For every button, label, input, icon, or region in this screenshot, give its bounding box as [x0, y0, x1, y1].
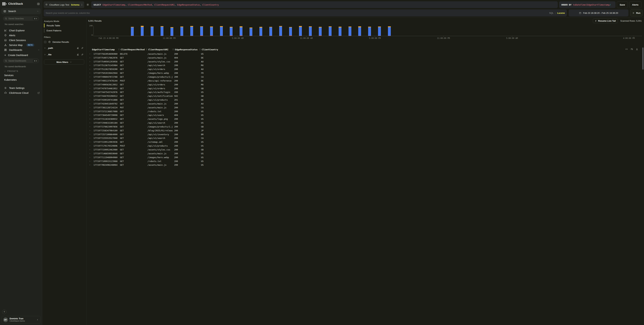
row-expand-chevron-icon[interactable] [88, 91, 92, 93]
histogram-bar[interactable] [240, 26, 242, 36]
table-row[interactable]: 1771977294632285184GET/api/v1/search200U… [88, 121, 322, 125]
field-pin-icon[interactable] [81, 47, 84, 49]
select-clause-input[interactable]: SELECT EdgeStartTimestamp, ClientRequest… [91, 1, 322, 8]
sidebar-item-search[interactable]: Search [1, 8, 41, 14]
row-expand-chevron-icon[interactable] [88, 76, 92, 78]
search-input[interactable] [46, 12, 322, 14]
table-row[interactable]: 1771977311634380032GET/assets/logo.png20… [88, 117, 322, 121]
row-expand-chevron-icon[interactable] [88, 72, 92, 74]
histogram-bar[interactable] [170, 26, 173, 36]
chevron-up-icon[interactable] [38, 49, 40, 51]
table-row[interactable]: 1771977549717662976GET/assets/main.js404… [88, 56, 322, 60]
row-expand-chevron-icon[interactable] [88, 137, 92, 139]
table-row[interactable]: 1771977109915123968GET/robots.txt200US [88, 159, 322, 162]
schema-link[interactable]: Schema [71, 3, 79, 6]
presets-toggle[interactable]: PRESETS [4, 70, 42, 72]
row-expand-chevron-icon[interactable] [88, 152, 92, 155]
column-header-method[interactable]: ClientRequestMethod [118, 48, 146, 51]
saved-searches-input[interactable] [8, 17, 32, 20]
table-row[interactable]: 1771977430320741888GET/api/v1/products20… [88, 98, 322, 102]
table-row[interactable]: 1771977381128724224PUT/assets/main.js200… [88, 106, 322, 109]
row-expand-chevron-icon[interactable] [88, 60, 92, 63]
table-row[interactable]: 1771977170170320896POST/api/v1/products2… [88, 144, 322, 148]
table-row[interactable]: 1771977429451649792GET/assets/main.js200… [88, 102, 322, 106]
saved-searches-search[interactable]: ⌘ K [3, 16, 39, 21]
saved-dashboards-input[interactable] [8, 60, 32, 62]
column-header-timestamp[interactable]: EdgeStartTimestamp [92, 48, 118, 51]
query-settings-gear-icon[interactable] [86, 3, 89, 6]
histogram-bar[interactable] [180, 26, 183, 36]
row-expand-chevron-icon[interactable] [88, 133, 92, 135]
table-row[interactable]: 1771977276623097856GET/images/products/1… [88, 125, 322, 129]
table-row[interactable]: 1771977490563613952GET/api/v1/orders200M… [88, 83, 322, 86]
row-expand-chevron-icon[interactable] [88, 145, 92, 147]
table-row[interactable]: 1771977444703206912GET/api/v1/notificati… [88, 94, 322, 98]
histogram-bar[interactable] [200, 26, 203, 36]
histogram-bar[interactable] [309, 26, 312, 36]
column-drag-handle-icon[interactable] [146, 49, 147, 50]
table-row[interactable]: 1771977150952462080GET/assets/styles.css… [88, 148, 322, 152]
column-drag-handle-icon[interactable] [118, 49, 120, 50]
sidebar-item-client-sessions[interactable]: Client Sessions [0, 38, 42, 43]
column-drag-handle-icon[interactable] [173, 49, 174, 50]
sidebar-collapse-icon[interactable] [37, 2, 40, 5]
row-expand-chevron-icon[interactable] [88, 56, 92, 59]
mode-results-table[interactable]: Results Table [44, 23, 84, 27]
row-expand-chevron-icon[interactable] [88, 149, 92, 151]
histogram-bar[interactable] [210, 26, 213, 36]
denoise-results-toggle[interactable]: Denoise Results [44, 40, 84, 43]
histogram-bar[interactable] [131, 26, 134, 36]
row-expand-chevron-icon[interactable] [88, 160, 92, 162]
field-chart-icon[interactable] [77, 47, 79, 49]
sidebar-item-alerts[interactable]: Alerts [0, 33, 42, 38]
row-expand-chevron-icon[interactable] [88, 99, 92, 101]
row-expand-chevron-icon[interactable] [88, 156, 92, 158]
table-row[interactable]: 1771977562054696960DELETE/assets/main.js… [88, 52, 322, 56]
event-search-bar[interactable]: SQL | Lucene [44, 9, 322, 16]
create-dashboard-button[interactable]: Create Dashboard [4, 54, 42, 56]
row-expand-chevron-icon[interactable] [88, 102, 92, 105]
column-drag-handle-icon[interactable] [200, 49, 200, 50]
histogram-bar[interactable] [190, 26, 193, 36]
table-row[interactable]: 1771977111948904960GET/images/hero.webp2… [88, 155, 322, 159]
histogram-bar[interactable] [230, 26, 232, 36]
histogram-bar[interactable] [250, 26, 252, 36]
sidebar-item-chart-explorer[interactable]: Chart Explorer [0, 28, 42, 33]
sidebar-item-team-settings[interactable]: Team Settings [0, 85, 42, 90]
table-row[interactable]: 1771977513675145984GET/api/v1/search200M… [88, 63, 322, 67]
row-expand-chevron-icon[interactable] [88, 106, 92, 109]
table-row[interactable]: 1771977225553527040GET/api/v1/search200C… [88, 136, 322, 140]
table-row[interactable]: 1771977501019442944GET/images/hero.webp2… [88, 71, 322, 75]
histogram-bar[interactable] [269, 26, 272, 36]
row-expand-chevron-icon[interactable] [88, 118, 92, 120]
row-expand-chevron-icon[interactable] [88, 114, 92, 116]
table-row[interactable]: 1771977220512903936GET/sitemap.xml200US [88, 140, 322, 144]
table-row[interactable]: 1771977258347964160GET/blog/2025/01/rele… [88, 129, 322, 132]
table-row[interactable]: 1771977540501293056GET/assets/styles.css… [88, 60, 322, 63]
table-row[interactable]: 1771977364549739008GET/api/v1/users404US [88, 113, 322, 117]
preset-item-services[interactable]: Services [4, 74, 42, 77]
column-header-status[interactable]: EdgeResponseStatus [173, 48, 200, 51]
histogram-bar[interactable] [289, 26, 292, 36]
table-row[interactable]: 1771977495137478144POST/docs/api-referen… [88, 79, 322, 83]
table-row[interactable]: 1771977146659959040GET/assets/main.js200… [88, 152, 322, 155]
field-chart-icon[interactable] [77, 53, 79, 56]
sidebar-item-clickhouse-cloud[interactable]: ClickHouse Cloud [0, 90, 42, 95]
filter-field-file[interactable]: _file [44, 53, 84, 56]
histogram-bar[interactable] [151, 26, 154, 36]
row-expand-chevron-icon[interactable] [88, 95, 92, 97]
histogram-bar[interactable] [160, 26, 164, 36]
table-row[interactable]: 1771977372136857088GET/robots.txt200US [88, 109, 322, 113]
field-pin-icon[interactable] [81, 53, 84, 56]
row-expand-chevron-icon[interactable] [88, 110, 92, 112]
column-header-country[interactable]: ClientCountry [200, 48, 322, 51]
row-expand-chevron-icon[interactable] [88, 129, 92, 132]
mode-event-patterns[interactable]: Event Patterns [44, 28, 84, 32]
histogram-bar[interactable] [220, 26, 223, 36]
row-expand-chevron-icon[interactable] [88, 125, 92, 128]
filter-field-path[interactable]: _path [44, 46, 84, 50]
row-expand-chevron-icon[interactable] [88, 53, 92, 55]
histogram-bar[interactable] [319, 26, 322, 36]
row-expand-chevron-icon[interactable] [88, 83, 92, 86]
row-expand-chevron-icon[interactable] [88, 68, 92, 70]
